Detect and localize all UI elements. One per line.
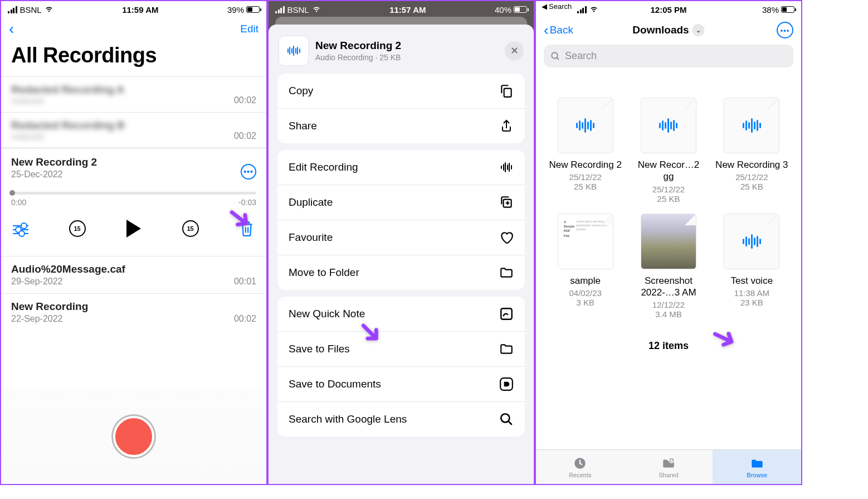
file-item[interactable]: Screenshot 2022-…3 AM12/12/223.4 MB: [631, 214, 705, 319]
tab-recents[interactable]: Recents: [536, 450, 625, 484]
new-quick-note-action[interactable]: New Quick Note: [277, 297, 525, 331]
quick-note-icon: [499, 307, 514, 321]
battery-percent: 38%: [762, 5, 779, 14]
sheet-subtitle: Audio Recording · 25 KB: [315, 53, 401, 62]
recording-date: redacted: [11, 96, 256, 105]
favourite-action[interactable]: Favourite: [277, 220, 525, 255]
file-name: sample: [548, 275, 622, 287]
recording-date: 22-Sep-2022: [11, 314, 256, 324]
edit-recording-action[interactable]: Edit Recording: [277, 150, 525, 185]
page-title: All Recordings: [1, 40, 266, 76]
file-size: 25 KB: [715, 182, 789, 191]
recording-item[interactable]: New Recording 22-Sep-2022 00:02: [1, 293, 266, 331]
close-button[interactable]: ✕: [505, 41, 524, 60]
clock: 11:59 AM: [122, 5, 158, 14]
record-button[interactable]: [113, 416, 154, 457]
sheet-header: New Recording 2 Audio Recording · 25 KB …: [277, 33, 525, 74]
search-icon: [550, 51, 560, 61]
file-size: 3 KB: [548, 298, 622, 307]
file-item[interactable]: A Simple PDF FileLorem ipsum text lines …: [548, 214, 622, 319]
record-tray: [1, 388, 266, 484]
wifi-icon: [589, 6, 598, 13]
file-date: 11:38 AM: [715, 288, 789, 298]
folder-icon: [499, 342, 514, 356]
file-date: 12/12/22: [631, 300, 705, 309]
file-grid: New Recording 225/12/2225 KBNew Recor…2 …: [536, 74, 801, 324]
file-size: 23 KB: [715, 298, 789, 307]
edit-button[interactable]: Edit: [240, 23, 259, 35]
share-action[interactable]: Share: [277, 108, 525, 143]
file-name: Test voice: [715, 275, 789, 287]
waveform-icon: [499, 160, 514, 175]
clock: 11:57 AM: [389, 5, 426, 14]
google-lens-action[interactable]: Search with Google Lens: [277, 401, 525, 437]
file-name: Screenshot 2022-…3 AM: [631, 275, 705, 299]
copy-action[interactable]: Copy: [277, 74, 525, 108]
tab-bar: Recents Shared Browse: [536, 449, 801, 484]
recording-item[interactable]: Audio%20Message.caf 29-Sep-2022 00:01: [1, 256, 266, 293]
back-button[interactable]: ‹: [9, 20, 14, 38]
clock-icon: [573, 456, 587, 471]
recording-name: Redacted Recording B: [11, 119, 256, 132]
duration: 00:02: [234, 95, 256, 105]
search-input[interactable]: Search: [544, 45, 793, 67]
recording-date: 29-Sep-2022: [11, 277, 256, 287]
svg-point-5: [552, 52, 558, 59]
tab-browse[interactable]: Browse: [713, 450, 801, 484]
back-button[interactable]: ‹Back: [544, 22, 573, 39]
progress-bar[interactable]: [11, 192, 256, 195]
action-sheet: New Recording 2 Audio Recording · 25 KB …: [269, 25, 534, 484]
save-to-files-action[interactable]: Save to Files: [277, 331, 525, 366]
page-title: Downloads⌄: [632, 24, 704, 36]
carrier-label: BSNL: [20, 5, 42, 14]
svg-rect-0: [504, 89, 511, 97]
documents-app-icon: [499, 377, 514, 391]
audio-file-icon: [724, 98, 779, 153]
more-button[interactable]: •••: [241, 164, 256, 180]
recording-name: Redacted Recording A: [11, 84, 256, 96]
search-icon: [499, 412, 514, 427]
move-to-folder-action[interactable]: Move to Folder: [277, 255, 525, 290]
nav-bar: ‹Back Downloads⌄ •••: [536, 18, 801, 42]
skip-forward-button[interactable]: 15: [181, 219, 200, 238]
options-icon[interactable]: [11, 219, 30, 238]
file-item[interactable]: New Recor…2 gg25/12/2225 KB: [631, 98, 705, 204]
file-item[interactable]: New Recording 325/12/2225 KB: [715, 98, 789, 204]
play-button[interactable]: [124, 219, 143, 238]
chevron-down-icon[interactable]: ⌄: [693, 24, 705, 36]
file-date: 04/02/23: [548, 288, 622, 298]
folder-icon: [750, 456, 764, 471]
recording-item[interactable]: Redacted Recording A redacted 00:02: [1, 76, 266, 112]
recording-item[interactable]: Redacted Recording B redacted 00:02: [1, 112, 266, 148]
breadcrumb-back[interactable]: ◀ Search: [542, 2, 572, 11]
audio-file-icon: [558, 98, 613, 153]
svg-point-4: [501, 414, 509, 422]
file-date: 25/12/22: [715, 172, 789, 182]
shared-folder-icon: [661, 456, 676, 471]
file-name: New Recording 3: [715, 159, 789, 171]
recording-name: New Recording 2: [11, 156, 256, 168]
skip-back-button[interactable]: 15: [68, 219, 87, 238]
save-to-documents-action[interactable]: Save to Documents: [277, 366, 525, 401]
recording-date: 25-Dec-2022: [11, 169, 256, 180]
status-bar: BSNL 11:59 AM 39%: [1, 1, 266, 18]
status-bar: ◀ Search 12:05 PM 38%: [536, 1, 801, 18]
duration: 00:02: [234, 314, 256, 324]
recording-name: Audio%20Message.caf: [11, 263, 256, 275]
file-size: 3.4 MB: [631, 309, 705, 319]
nav-bar: ‹ Edit: [1, 18, 266, 40]
more-button[interactable]: •••: [777, 22, 793, 38]
duplicate-action[interactable]: Duplicate: [277, 185, 525, 220]
file-item[interactable]: Test voice11:38 AM23 KB: [715, 214, 789, 319]
file-item[interactable]: New Recording 225/12/2225 KB: [548, 98, 622, 204]
recording-date: redacted: [11, 132, 256, 141]
image-file-icon: [641, 214, 696, 269]
heart-icon: [499, 230, 514, 245]
file-size: 25 KB: [548, 182, 622, 191]
status-bar: BSNL 11:57 AM 40%: [269, 1, 534, 18]
duration: 00:02: [234, 131, 256, 141]
tab-shared[interactable]: Shared: [625, 450, 713, 484]
file-name: New Recor…2 gg: [631, 159, 705, 183]
time-current: 0:00: [11, 198, 26, 207]
recording-name: New Recording: [11, 301, 256, 313]
